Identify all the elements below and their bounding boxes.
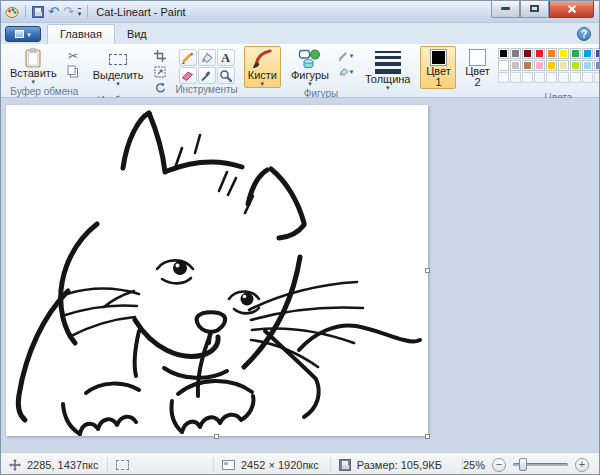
- shapes-icon: [298, 48, 322, 70]
- clipboard-icon: [25, 48, 41, 68]
- zoom-out-button[interactable]: −: [492, 458, 506, 472]
- palette-row: [498, 48, 600, 59]
- zoom-slider-thumb[interactable]: [519, 458, 527, 471]
- fill-bucket-icon: [200, 51, 213, 64]
- palette-color[interactable]: [522, 60, 533, 71]
- zoom-slider[interactable]: [513, 463, 568, 466]
- palette-color[interactable]: [570, 48, 581, 59]
- palette-color[interactable]: [594, 48, 600, 59]
- eraser-tool-button[interactable]: [179, 67, 197, 84]
- cut-button[interactable]: ✂: [64, 48, 83, 63]
- cursor-position-value: 2285, 1437пкс: [27, 459, 98, 471]
- tab-home[interactable]: Главная: [47, 24, 115, 44]
- file-size-value: Размер: 105,9КБ: [357, 459, 442, 471]
- palette-color[interactable]: [534, 48, 545, 59]
- palette-color[interactable]: [546, 60, 557, 71]
- close-icon: [567, 4, 577, 14]
- size-button[interactable]: Толщина ▾: [361, 46, 415, 92]
- paint-menu-icon: [15, 30, 24, 38]
- undo-icon[interactable]: ↶: [48, 5, 59, 18]
- palette-color[interactable]: [510, 60, 521, 71]
- app-icon[interactable]: [5, 5, 19, 19]
- palette-empty-slot: [594, 72, 600, 83]
- color2-button[interactable]: Цвет 2: [459, 46, 495, 89]
- chevron-down-icon: ▾: [386, 85, 390, 91]
- canvas-resize-handle-corner[interactable]: [425, 434, 430, 439]
- minimize-icon: [501, 7, 510, 10]
- palette-row: [498, 60, 600, 71]
- group-tools: A: [172, 46, 240, 97]
- palette-empty-slot: [522, 72, 533, 83]
- copy-button[interactable]: [64, 64, 83, 79]
- canvas-resize-handle-bottom[interactable]: [214, 434, 219, 439]
- shape-outline-button[interactable]: ▾: [336, 48, 355, 63]
- fill-tool-button[interactable]: [198, 49, 216, 66]
- palette-color[interactable]: [582, 60, 593, 71]
- shape-fill-button[interactable]: ▾: [336, 64, 355, 79]
- copy-icon: [67, 65, 79, 78]
- ribbon-tab-row: ▾ Главная Вид ?: [1, 23, 599, 44]
- fill-bucket-icon: [338, 66, 349, 77]
- pencil-tool-button[interactable]: [179, 49, 197, 66]
- help-icon[interactable]: ?: [577, 27, 591, 41]
- palette-color[interactable]: [570, 60, 581, 71]
- chevron-down-icon: ▾: [350, 69, 354, 75]
- paint-menu-button[interactable]: ▾: [5, 26, 41, 42]
- rotate-icon: [154, 82, 166, 94]
- resize-icon: [154, 66, 166, 78]
- chevron-down-icon: ▾: [261, 81, 265, 87]
- magnifier-tool-button[interactable]: [217, 67, 235, 84]
- color-picker-tool-button[interactable]: [198, 67, 216, 84]
- workspace: [1, 98, 599, 452]
- palette-color[interactable]: [558, 48, 569, 59]
- zoom-in-button[interactable]: +: [575, 458, 589, 472]
- palette-empty-slot: [570, 72, 581, 83]
- redo-icon: ↷: [63, 5, 74, 18]
- image-size-value: 2452 × 1920пкс: [241, 459, 319, 471]
- maximize-icon: [530, 5, 539, 12]
- palette-color[interactable]: [534, 60, 545, 71]
- canvas[interactable]: [6, 105, 428, 436]
- window-controls: [491, 0, 594, 18]
- color1-button[interactable]: Цвет 1: [420, 46, 456, 89]
- crop-button[interactable]: [150, 48, 169, 63]
- brushes-button[interactable]: Кисти ▾: [244, 46, 281, 88]
- minimize-button[interactable]: [491, 0, 520, 18]
- maximize-button[interactable]: [520, 0, 549, 18]
- color1-label: Цвет 1: [424, 66, 452, 88]
- status-bar: 2285, 1437пкс 2452 × 1920пкс Размер: 105…: [1, 452, 599, 475]
- select-button[interactable]: Выделить ▾: [89, 46, 148, 88]
- ribbon: Вставить ▾ ✂ Буфер обмена: [1, 44, 599, 98]
- tab-view[interactable]: Вид: [115, 25, 159, 44]
- window-title: Cat-Lineart - Paint: [96, 6, 185, 18]
- palette-empty-slot: [582, 72, 593, 83]
- status-cursor-position: 2285, 1437пкс: [1, 457, 108, 473]
- canvas-resize-handle-right[interactable]: [425, 268, 430, 273]
- selection-size-icon: [116, 460, 129, 470]
- resize-button[interactable]: [150, 64, 169, 79]
- group-clipboard: Вставить ▾ ✂ Буфер обмена: [3, 46, 86, 97]
- group-shapes: Фигуры ▾ ▾: [284, 46, 358, 97]
- title-bar: ↶ ↷ ▾ Cat-Lineart - Paint: [1, 1, 599, 23]
- color1-swatch: [430, 49, 447, 66]
- palette-color[interactable]: [582, 48, 593, 59]
- group-image: Выделить ▾: [86, 46, 173, 97]
- zoom-level-value: 25%: [463, 459, 485, 471]
- qat-customize-icon[interactable]: ▾: [78, 8, 82, 16]
- shapes-button[interactable]: Фигуры ▾: [287, 46, 333, 88]
- palette-color[interactable]: [498, 48, 509, 59]
- close-button[interactable]: [549, 0, 594, 18]
- palette-color[interactable]: [522, 48, 533, 59]
- paste-button[interactable]: Вставить ▾: [6, 46, 61, 86]
- chevron-down-icon: ▾: [116, 81, 120, 87]
- palette-color[interactable]: [546, 48, 557, 59]
- rotate-button[interactable]: [150, 80, 169, 95]
- palette-color[interactable]: [558, 60, 569, 71]
- palette-color[interactable]: [510, 48, 521, 59]
- status-file-size: Размер: 105,9КБ: [331, 457, 463, 473]
- text-tool-button[interactable]: A: [217, 49, 235, 66]
- paint-window: ↶ ↷ ▾ Cat-Lineart - Paint ▾ Главная Вид …: [0, 0, 600, 475]
- palette-color[interactable]: [498, 60, 509, 71]
- save-icon[interactable]: [32, 6, 44, 18]
- palette-color[interactable]: [594, 60, 600, 71]
